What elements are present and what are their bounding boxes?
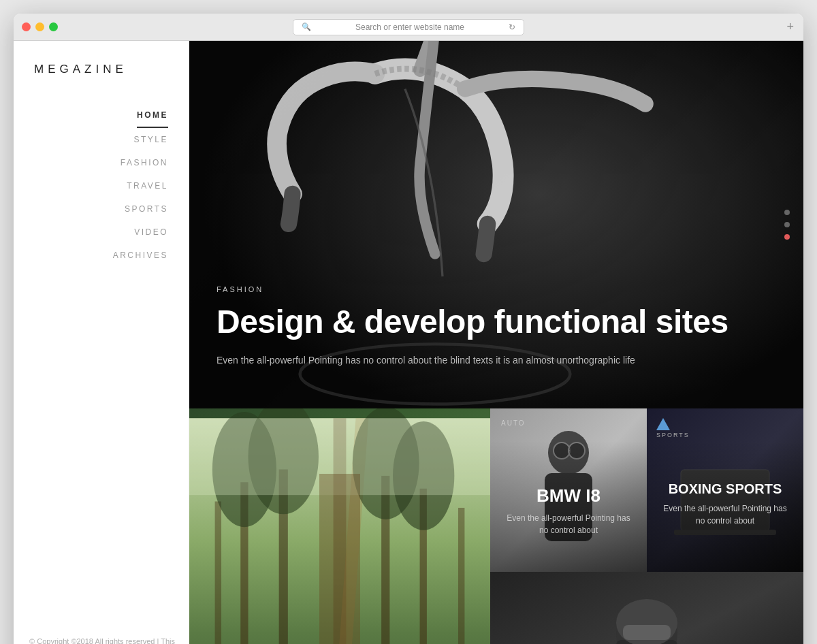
dark-figure-background: [490, 572, 803, 644]
address-bar[interactable]: 🔍 Search or enter website name ↻: [293, 19, 524, 35]
hero-content: FASHION Design & develop functional site…: [217, 285, 749, 368]
bmw-description: Even the all-powerful Pointing has no co…: [504, 512, 633, 536]
browser-titlebar: 🔍 Search or enter website name ↻ +: [14, 14, 803, 41]
svg-rect-20: [189, 418, 490, 495]
sidebar-item-archives[interactable]: ARCHIVES: [113, 244, 168, 267]
search-icon: 🔍: [302, 22, 311, 31]
browser-window: 🔍 Search or enter website name ↻ + MEGAZ…: [14, 14, 803, 644]
boxing-title: BOXING SPORTS: [660, 481, 790, 497]
grid-item-forest[interactable]: [189, 408, 490, 644]
slide-dot-1[interactable]: [784, 210, 790, 215]
bmw-overlay: BMW I8 Even the all-powerful Pointing ha…: [490, 408, 647, 572]
minimize-button[interactable]: [35, 22, 44, 31]
browser-dots: [22, 22, 58, 31]
hero-section: FASHION Design & develop functional site…: [189, 41, 803, 408]
sidebar-item-travel[interactable]: TRAVEL: [127, 174, 168, 197]
svg-rect-15: [458, 508, 464, 644]
content-grid: AUTO BMW I8 Even the all-powerful Pointi…: [189, 408, 803, 644]
grid-item-dark[interactable]: [490, 572, 803, 644]
add-tab-button[interactable]: +: [786, 20, 794, 34]
slide-dot-2[interactable]: [784, 222, 790, 227]
main-content: FASHION Design & develop functional site…: [189, 41, 803, 644]
refresh-icon[interactable]: ↻: [509, 22, 515, 32]
site-wrapper: MEGAZINE HOME STYLE FASHION TRAVEL SPORT…: [14, 41, 803, 644]
sidebar-nav: HOME STYLE FASHION TRAVEL SPORTS VIDEO A…: [14, 103, 189, 363]
boxing-description: Even the all-powerful Pointing has no co…: [660, 502, 790, 527]
sidebar-item-fashion[interactable]: FASHION: [121, 151, 168, 174]
maximize-button[interactable]: [49, 22, 58, 31]
grid-item-boxing[interactable]: SPORTS BOXING SPORTS Even the all-powerf…: [647, 408, 803, 572]
footer-copyright: © Copyright ©2018 All rights reserved | …: [29, 637, 175, 644]
address-text: Search or enter website name: [315, 22, 504, 32]
hero-title: Design & develop functional sites: [217, 304, 749, 340]
dark-figure-svg: [490, 572, 803, 644]
sidebar-item-sports[interactable]: SPORTS: [125, 197, 168, 221]
browser-addressbar: 🔍 Search or enter website name ↻: [22, 19, 795, 35]
grid-item-bmw[interactable]: AUTO BMW I8 Even the all-powerful Pointi…: [490, 408, 647, 572]
sidebar-footer: © Copyright ©2018 All rights reserved | …: [14, 622, 189, 644]
slider-dots: [784, 210, 790, 240]
close-button[interactable]: [22, 22, 31, 31]
sidebar: MEGAZINE HOME STYLE FASHION TRAVEL SPORT…: [14, 41, 189, 644]
forest-background: [189, 408, 490, 644]
boxing-overlay: BOXING SPORTS Even the all-powerful Poin…: [647, 408, 803, 572]
bmw-title: BMW I8: [504, 485, 633, 506]
sidebar-item-style[interactable]: STYLE: [133, 128, 168, 151]
sidebar-item-home[interactable]: HOME: [137, 103, 168, 128]
hero-description: Even the all-powerful Pointing has no co…: [217, 353, 693, 368]
hero-category: FASHION: [217, 285, 749, 293]
svg-rect-14: [215, 502, 221, 644]
svg-rect-34: [623, 625, 671, 640]
slide-dot-3[interactable]: [784, 234, 790, 240]
site-logo[interactable]: MEGAZINE: [14, 41, 189, 97]
sidebar-item-video[interactable]: VIDEO: [134, 221, 168, 244]
forest-svg: [189, 408, 490, 644]
